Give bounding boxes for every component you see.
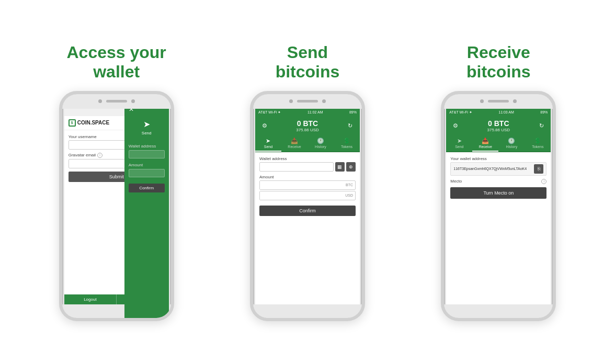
turn-mecto-button[interactable]: Turn Mecto on <box>450 187 546 199</box>
sidebar-wallet-addr: Wallet address <box>129 144 165 158</box>
qr-icon-btn[interactable]: ▦ <box>335 162 345 172</box>
wallet-address-display: 116T3EpsanGxmh6QX7QjVWxM5unLTAoK4 ⎘ <box>450 162 546 176</box>
tab-tokens-receive[interactable]: 💲 Tokens <box>525 135 551 152</box>
tab-receive-send[interactable]: 📥 Receive <box>281 135 308 152</box>
phone-camera-2 <box>131 99 135 103</box>
send-app-content: Wallet address ▦ ⊕ Amount BTC <box>255 152 360 304</box>
coin-icon: $ <box>69 119 76 127</box>
btc-amount-receive: 0 BTC <box>488 119 509 128</box>
phone-camera-s2 <box>322 99 326 103</box>
phone-speaker-r <box>488 100 509 103</box>
phone-speaker-s <box>297 100 318 103</box>
phone-bottom-bar-receive <box>444 304 553 318</box>
tab-receive-receive[interactable]: 📥 Receive <box>472 135 498 152</box>
phone-screen-receive: AT&T Wi-Fi ✦ 11:03 AM 89% ⚙ 0 BTC 375.86… <box>446 109 551 304</box>
scan-icon-btn[interactable]: ⊕ <box>346 162 356 172</box>
sidebar-confirm-button[interactable]: Confirm <box>129 184 165 192</box>
refresh-icon-send[interactable]: ↻ <box>346 121 355 130</box>
receive-app-content: Your wallet address 116T3EpsanGxmh6QX7Qj… <box>446 152 551 304</box>
logout-button[interactable]: Logout <box>64 294 117 304</box>
confirm-button-send[interactable]: Confirm <box>259 206 356 216</box>
phone-top-bar-wallet <box>62 94 171 109</box>
status-bar-send: AT&T Wi-Fi ✦ 11:02 AM 89% <box>255 109 360 116</box>
header-center-send: 0 BTC 375.86 USD <box>296 119 319 132</box>
wallet-address-input-send[interactable] <box>259 162 334 172</box>
section-receive: Receive bitcoins AT&T Wi-Fi ✦ 11:03 AM 8… <box>415 43 582 321</box>
tab-send-icon-r: ➤ <box>457 138 462 144</box>
tab-send-send[interactable]: ➤ Send <box>255 135 281 152</box>
settings-icon-receive[interactable]: ⚙ <box>451 121 460 130</box>
tab-history-label-r: History <box>506 145 517 149</box>
btc-input[interactable] <box>260 181 344 189</box>
phone-top-bar-receive <box>444 94 553 109</box>
status-right-receive: 89% <box>540 110 548 114</box>
tab-receive-label-r: Receive <box>479 145 492 149</box>
mecto-label: Mecto <box>450 179 462 184</box>
tab-receive-label: Receive <box>288 145 301 149</box>
refresh-icon-receive[interactable]: ↻ <box>537 121 545 130</box>
tab-history-icon: 🕐 <box>317 138 324 144</box>
tab-tokens-send[interactable]: 💲 Tokens <box>334 135 360 152</box>
phone1-sidebar: ✕ ➤ Send Wallet address Amount Confirm <box>124 109 169 304</box>
page-wrapper: Access your wallet 🔋 89% $ <box>0 0 615 364</box>
app-header-send: ⚙ 0 BTC 375.86 USD ↻ <box>255 116 360 135</box>
gravatar-info-icon: i <box>97 153 102 158</box>
your-wallet-address-label: Your wallet address <box>450 156 546 161</box>
section-send-title: Send bitcoins <box>276 43 340 82</box>
phone-screen-wallet: 🔋 89% $ COIN.SPACE v0.1.6 Your username <box>64 109 169 304</box>
phone-camera-r <box>480 99 484 103</box>
section-send: Send bitcoins AT&T Wi-Fi ✦ 11:02 AM 89% <box>224 43 391 321</box>
header-center-receive: 0 BTC 375.86 USD <box>487 119 510 132</box>
sidebar-wallet-addr-label: Wallet address <box>129 144 165 149</box>
copy-address-button[interactable]: ⎘ <box>534 164 543 174</box>
status-time-receive: 11:03 AM <box>498 110 514 114</box>
your-wallet-address-field: Your wallet address 116T3EpsanGxmh6QX7Qj… <box>450 156 546 176</box>
amount-field-send: Amount BTC USD <box>259 175 356 200</box>
usd-amount-receive: 375.86 USD <box>487 128 510 132</box>
section-wallet-title: Access your wallet <box>66 43 166 82</box>
battery-receive: 89% <box>540 110 548 114</box>
usd-currency-label: USD <box>343 194 355 197</box>
tab-history-receive[interactable]: 🕐 History <box>498 135 525 152</box>
btc-amount-send: 0 BTC <box>297 119 318 128</box>
sidebar-send-label: Send <box>142 131 152 135</box>
tab-send-icon: ➤ <box>266 138 270 144</box>
wallet-address-value: 116T3EpsanGxmh6QX7QjVWxM5unLTAoK4 <box>453 167 532 170</box>
mecto-info-icon: i <box>541 179 546 184</box>
tab-tokens-label: Tokens <box>341 145 352 149</box>
sidebar-amount-input[interactable] <box>129 169 165 177</box>
section-wallet: Access your wallet 🔋 89% $ <box>33 43 200 321</box>
nav-tabs-send: ➤ Send 📥 Receive 🕐 History 💲 Tokens <box>255 135 360 152</box>
sidebar-wallet-addr-input[interactable] <box>129 150 165 158</box>
sidebar-send-button[interactable]: ➤ Send <box>129 119 165 135</box>
amount-label-send: Amount <box>259 175 356 179</box>
btc-currency-label: BTC <box>344 183 355 187</box>
phone-camera-r2 <box>513 99 517 103</box>
tab-history-send[interactable]: 🕐 History <box>308 135 334 152</box>
status-right-send: 89% <box>349 110 357 114</box>
tab-send-label: Send <box>264 145 272 149</box>
wallet-address-label-send: Wallet address <box>259 156 356 161</box>
tab-history-label: History <box>315 145 326 149</box>
status-time-send: 11:02 AM <box>308 110 323 114</box>
phone-camera <box>98 99 102 103</box>
settings-icon-send[interactable]: ⚙ <box>260 121 269 130</box>
phone-screen-send: AT&T Wi-Fi ✦ 11:02 AM 89% ⚙ 0 BTC 375.86… <box>255 109 360 304</box>
phone-wallet: 🔋 89% $ COIN.SPACE v0.1.6 Your username <box>59 91 174 321</box>
usd-input[interactable] <box>260 191 343 200</box>
tab-receive-icon-r: 📥 <box>482 138 489 144</box>
tab-history-icon-r: 🕐 <box>508 138 515 144</box>
usd-amount-send: 375.86 USD <box>296 128 319 132</box>
tab-tokens-label-r: Tokens <box>532 145 543 149</box>
send-arrow-icon: ➤ <box>143 119 150 129</box>
sidebar-close-icon[interactable]: ✕ <box>129 109 165 113</box>
status-left-receive: AT&T Wi-Fi ✦ <box>449 110 472 115</box>
amount-row-send: BTC USD <box>259 180 356 200</box>
app-header-receive: ⚙ 0 BTC 375.86 USD ↻ <box>446 116 551 135</box>
tab-tokens-icon-r: 💲 <box>534 138 541 144</box>
wallet-address-field-send: Wallet address ▦ ⊕ <box>259 156 356 172</box>
phone-send: AT&T Wi-Fi ✦ 11:02 AM 89% ⚙ 0 BTC 375.86… <box>250 91 365 321</box>
coin-logo-text: COIN.SPACE <box>77 120 110 126</box>
mecto-section: Mecto i <box>450 179 546 184</box>
tab-send-receive[interactable]: ➤ Send <box>446 135 472 152</box>
